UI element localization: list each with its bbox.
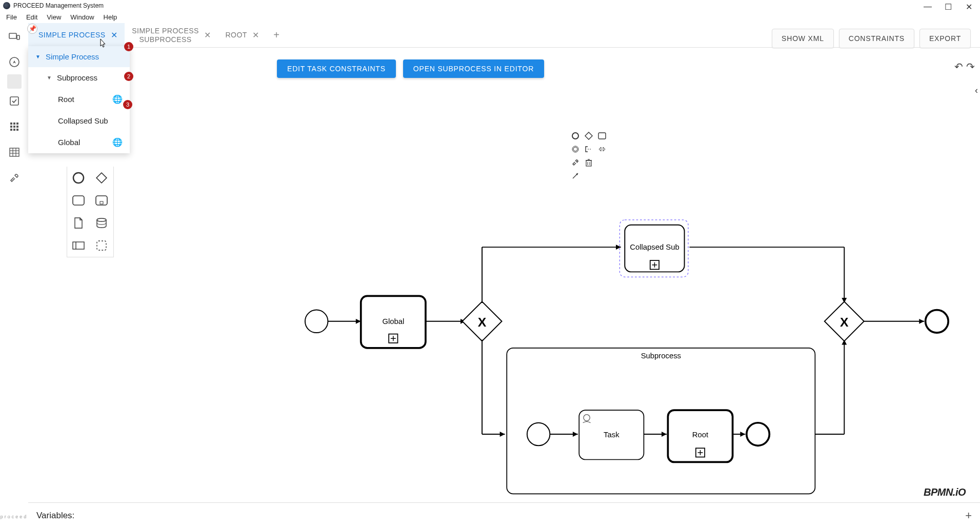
svg-marker-38 [616,245,621,250]
svg-rect-18 [16,126,18,128]
palette-task-icon[interactable] [70,192,87,209]
menu-file[interactable]: File [2,12,21,22]
variables-label: Variables: [36,511,74,521]
svg-rect-16 [10,126,12,128]
bpmn-canvas[interactable]: Global X Collapsed Sub [56,76,980,503]
svg-marker-47 [500,432,505,437]
apps-icon[interactable] [8,120,21,133]
tree-item-root[interactable]: Root 🌐 [28,88,130,110]
append-gateway-icon[interactable] [584,131,593,140]
tab-close-icon[interactable]: ✕ [252,30,259,40]
window-title: PROCEED Management System [13,2,977,9]
palette-subprocess-icon[interactable] [93,192,110,209]
caret-down-icon: ▼ [35,54,41,59]
tree-item-collapsed-sub[interactable]: Collapsed Sub [28,110,130,131]
svg-rect-17 [13,126,15,128]
svg-point-82 [97,218,106,221]
gateway-split[interactable]: X [463,301,502,341]
svg-rect-81 [100,201,103,204]
tab-label: ROOT [225,31,247,39]
tab-simple-process-subprocess[interactable]: SIMPLE PROCESS SUBPROCESS ✕ [125,23,218,47]
explore-icon[interactable] [8,56,21,68]
add-tab-button[interactable]: + [266,29,287,41]
tree-item-simple-process[interactable]: ▼ Simple Process [28,46,130,67]
gateway-merge[interactable]: X [825,301,864,341]
sub-end-event[interactable] [747,423,770,446]
root-label: Root [692,431,709,439]
svg-rect-14 [13,123,15,125]
svg-point-69 [573,147,577,151]
end-event[interactable] [926,310,949,333]
svg-rect-13 [10,123,12,125]
redo-icon[interactable]: ↷ [966,60,975,73]
tree-item-global[interactable]: Global 🌐 [28,131,130,153]
delete-icon[interactable] [584,158,593,167]
constraints-button[interactable]: CONSTRAINTS [839,29,914,48]
minimize-button[interactable]: — [923,2,933,12]
start-event[interactable] [305,310,328,333]
svg-rect-85 [97,241,106,250]
badge-3: 3 [123,100,132,109]
badge-2: 2 [124,72,133,81]
palette-group-icon[interactable] [93,237,110,254]
export-button[interactable]: EXPORT [919,29,971,48]
tree-label: Root [58,95,74,104]
global-label: Global [382,317,404,326]
devices-icon[interactable] [8,30,21,43]
add-variable-button[interactable]: + [965,509,972,522]
pin-icon[interactable]: 📌 [27,24,37,34]
tab-root[interactable]: ROOT ✕ [218,23,266,47]
menu-help[interactable]: Help [99,12,122,22]
checkbox-icon[interactable] [8,95,21,107]
append-task-icon[interactable] [597,131,607,140]
menu-edit[interactable]: Edit [22,12,42,22]
svg-rect-71 [586,160,591,166]
svg-rect-79 [73,196,84,205]
svg-text:X: X [840,315,849,329]
titlebar: PROCEED Management System [0,0,980,11]
svg-point-65 [572,133,578,139]
open-subprocess-button[interactable]: OPEN SUBPROCESS IN EDITOR [403,59,544,78]
svg-rect-20 [13,129,15,131]
palette-data-object-icon[interactable] [70,215,87,231]
annotation-icon[interactable] [584,145,593,154]
task-label: Task [604,431,619,439]
svg-rect-0 [9,33,16,38]
tab-close-icon[interactable]: ✕ [111,30,118,40]
wrench-icon[interactable] [8,172,21,184]
append-end-event-icon[interactable] [571,131,580,140]
connect-icon[interactable] [571,171,580,180]
palette-data-store-icon[interactable] [93,215,110,231]
close-button[interactable]: ✕ [964,2,974,12]
menu-view[interactable]: View [43,12,65,22]
proceed-logo: proceed [1,514,28,519]
svg-rect-19 [10,129,12,131]
svg-rect-67 [598,133,606,139]
undo-icon[interactable]: ↶ [954,60,963,73]
menu-window[interactable]: Window [66,12,98,22]
palette-pool-icon[interactable] [70,237,87,254]
tree-item-subprocess[interactable]: ▼ Subprocess [28,67,130,88]
wrench-icon[interactable] [571,158,580,167]
show-xml-button[interactable]: SHOW XML [772,29,834,48]
right-panel-collapse-icon[interactable]: ‹ [975,85,978,96]
palette-start-event-icon[interactable] [70,170,87,186]
change-type-icon[interactable] [597,145,607,154]
table-icon[interactable] [8,146,21,158]
append-intermediate-icon[interactable] [571,145,580,154]
maximize-button[interactable]: ☐ [943,2,953,12]
subprocess-container[interactable] [507,348,815,494]
edit-task-constraints-button[interactable]: EDIT TASK CONSTRAINTS [277,59,396,78]
tab-close-icon[interactable]: ✕ [204,30,211,40]
variables-footer: Variables: + [28,502,980,528]
undo-redo-group: ↶ ↷ [954,60,975,73]
bpmn-palette [67,167,114,257]
tab-label: SIMPLE PROCESS [38,31,106,39]
palette-gateway-icon[interactable] [93,170,110,186]
sub-start-event[interactable] [527,423,550,446]
bpmnio-logo: BPMN.iO [924,486,966,498]
settings-icon[interactable] [7,74,22,89]
svg-rect-80 [96,196,107,205]
svg-point-77 [73,173,84,183]
tab-simple-process[interactable]: SIMPLE PROCESS ✕ [28,23,125,47]
